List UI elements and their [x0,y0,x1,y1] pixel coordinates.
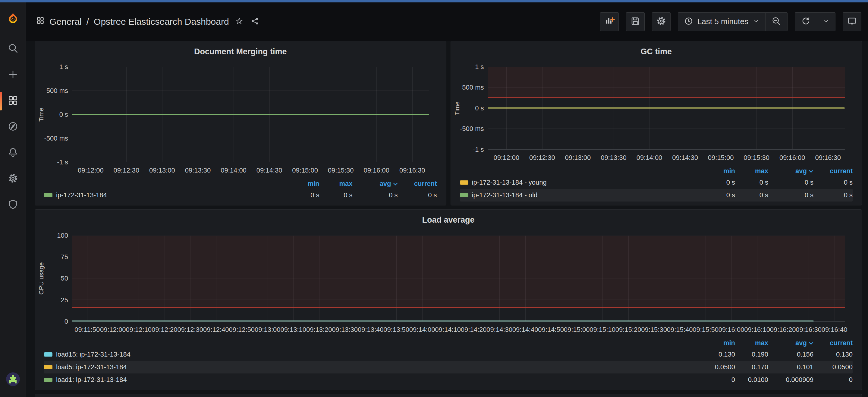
dashboard-settings-button[interactable] [652,12,671,31]
panel-title: Load average [422,216,474,225]
legend-rows: load15: ip-172-31-13-1840.1300.1900.1560… [44,348,852,386]
x-tick-label: 09:16:00 [779,154,805,162]
legend-value: 0.101 [768,363,813,371]
monitor-icon [846,16,858,28]
series-label[interactable]: ip-172-31-13-184 - old [472,191,538,199]
sidebar-item-configuration[interactable] [0,166,26,192]
legend-column-current[interactable]: current [398,180,437,188]
user-avatar[interactable] [6,372,20,386]
series-color-swatch[interactable] [460,193,468,197]
panel-header[interactable]: Document Merging time [35,41,446,62]
settings-gear-icon [655,16,667,28]
threshold-region [488,67,845,98]
sidebar-item-dashboards[interactable] [0,88,26,114]
add-panel-button[interactable] [600,12,619,31]
plot-area[interactable] [72,67,429,162]
dashboard-panel: Document Merging time Time 1 s500 ms0 s-… [35,41,446,205]
sidebar-item-search[interactable] [0,36,26,62]
series-color-swatch[interactable] [44,365,53,369]
legend-column-min[interactable]: min [702,167,735,175]
series-label[interactable]: load1: ip-172-31-13-184 [56,376,127,384]
legend-column-max[interactable]: max [735,339,768,347]
breadcrumb: General / Opstree Elasticsearch Dashboar… [36,16,260,27]
legend-value: 0.130 [702,350,735,359]
legend-column-max[interactable]: max [319,180,352,188]
x-tick-label: 09:12:00 [494,154,520,162]
refresh-icon [801,16,811,27]
save-dashboard-button[interactable] [626,12,645,31]
x-tick-label: 09:16:20 [770,326,796,334]
legend-column-current[interactable]: current [813,339,852,347]
plot-area[interactable] [488,67,845,150]
threshold-line [488,97,845,98]
sort-chevron-icon [393,180,398,188]
legend-column-avg[interactable]: avg [768,167,813,175]
series-color-swatch[interactable] [44,352,53,357]
series-label[interactable]: ip-172-31-13-184 [56,191,107,199]
legend-column-min[interactable]: min [702,339,735,347]
legend-row[interactable]: ip-172-31-13-184 - young0 s0 s0 s0 s [460,176,853,189]
legend-row[interactable]: load15: ip-172-31-13-1840.1300.1900.1560… [44,348,852,361]
sidebar-item-create[interactable] [0,62,26,88]
x-axis-ticks: 09:12:0009:12:3009:13:0009:13:3009:14:00… [72,164,429,177]
legend-value: 0.0500 [702,363,735,371]
legend-value: 0 s [702,178,735,187]
x-tick-label: 09:14:30 [256,167,282,174]
search-icon [7,42,19,56]
panel-header[interactable]: Load average [35,210,862,231]
x-tick-label: 09:16:10 [744,326,770,334]
y-axis-label-text: CPU usage [38,262,45,295]
series-label[interactable]: load15: ip-172-31-13-184 [56,350,130,359]
threshold-line [72,307,845,308]
breadcrumb-dashboard-title[interactable]: Opstree Elasticsearch Dashboard [94,17,229,27]
refresh-interval-dropdown[interactable] [817,13,835,31]
breadcrumb-section[interactable]: General [50,17,82,27]
chevron-down-icon [752,18,760,26]
x-tick-label: 09:12:50 [229,326,255,334]
x-tick-label: 09:12:30 [529,154,555,162]
share-dashboard-button[interactable] [250,16,260,27]
chart-area: Time 1 s500 ms0 s-500 ms-1 s [35,62,446,162]
legend-row[interactable]: ip-172-31-13-1840 s0 s0 s0 s [44,189,437,201]
plot-area[interactable] [72,236,845,321]
series-color-swatch[interactable] [44,378,53,382]
zoom-out-button[interactable] [765,13,787,31]
refresh-button[interactable] [795,13,817,31]
legend-value: 0 [813,376,852,384]
sidebar-item-explore[interactable] [0,114,26,140]
legend-column-avg[interactable]: avg [768,339,813,347]
series-color-swatch[interactable] [44,193,53,197]
legend-value: 0.000909 [768,376,813,384]
clock-icon [684,16,694,27]
x-tick-label: 09:14:00 [409,326,435,334]
grafana-logo[interactable] [0,2,26,36]
legend-column-current[interactable]: current [813,167,852,175]
y-tick-label: 75 [61,253,68,261]
legend-row[interactable]: load1: ip-172-31-13-18400.01000.0009090 [44,373,852,386]
threshold-region [72,236,845,308]
series-color-swatch[interactable] [460,180,468,185]
x-tick-label: 09:13:00 [149,167,175,174]
sidebar-item-alerting[interactable] [0,140,26,166]
star-dashboard-button[interactable] [234,16,245,27]
cycle-view-mode-button[interactable] [843,12,861,31]
legend-column-min[interactable]: min [286,180,319,188]
legend-row[interactable]: load5: ip-172-31-13-1840.05000.1700.1010… [44,361,852,373]
time-range-picker[interactable]: Last 5 minutes [678,13,765,31]
legend-value: 0.170 [735,363,768,371]
x-tick-label: 09:14:00 [637,154,662,162]
legend-column-max[interactable]: max [735,167,768,175]
sidebar [0,2,26,397]
legend-row[interactable]: ip-172-31-13-184 - old0 s0 s0 s0 s [460,189,853,201]
y-tick-label: -1 s [473,146,484,153]
panel-header[interactable]: GC time [451,41,862,62]
y-axis-label-text: Time [454,102,461,115]
legend-series: ip-172-31-13-184 [44,191,286,199]
legend-column-avg[interactable]: avg [352,180,398,188]
sidebar-item-server-admin[interactable] [0,192,26,218]
grid-line [72,138,429,138]
x-tick-label: 09:16:00 [718,326,744,334]
series-label[interactable]: load5: ip-172-31-13-184 [56,363,127,371]
series-label[interactable]: ip-172-31-13-184 - young [472,178,547,187]
x-tick-label: 09:12:20 [152,326,178,334]
